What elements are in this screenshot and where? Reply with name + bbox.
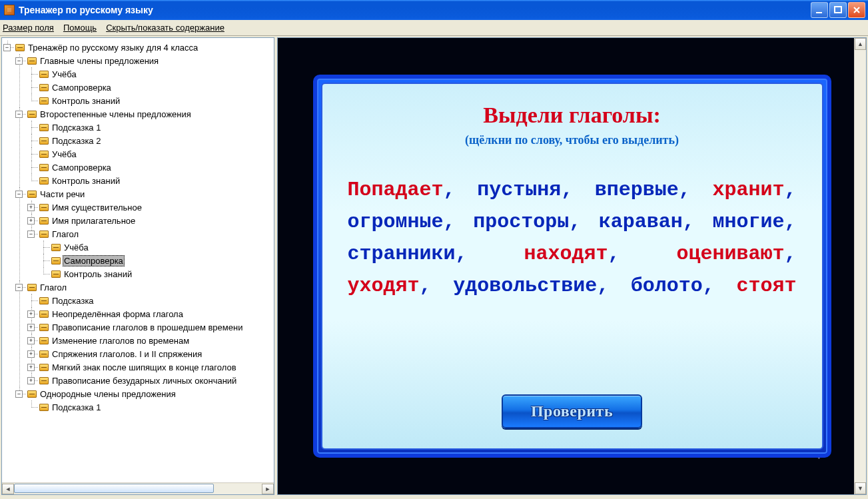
window-titlebar: Тренажер по русскому языку — [0, 0, 868, 20]
scroll-up-button[interactable]: ▲ — [855, 38, 866, 50]
exercise-word[interactable]: пустыня — [477, 179, 561, 201]
tree-item[interactable]: Имя существительное — [51, 203, 143, 213]
tree-toggle[interactable]: − — [3, 44, 11, 51]
tree-item[interactable]: Части речи — [39, 189, 86, 199]
tree-item[interactable]: Спряжения глаголов. I и II спряжения — [51, 349, 203, 359]
menu-field-size[interactable]: Размер поля — [3, 23, 54, 33]
exercise-word[interactable]: хранит — [712, 179, 784, 201]
tree-item[interactable]: Главные члены предложения — [39, 56, 160, 66]
word-separator: , — [569, 211, 599, 233]
exercise-word[interactable]: находят — [524, 243, 608, 265]
tree-toggle[interactable]: + — [27, 364, 35, 371]
tree-toggle[interactable]: − — [15, 390, 23, 398]
scroll-track[interactable] — [14, 484, 262, 494]
tree-item[interactable]: Изменение глаголов по временам — [51, 336, 191, 346]
word-separator: , — [597, 274, 631, 297]
exercise-word[interactable]: просторы — [473, 211, 569, 233]
tree-toggle[interactable]: − — [15, 191, 23, 198]
svg-rect-1 — [835, 7, 841, 13]
app-icon — [4, 5, 15, 15]
tree-item[interactable]: Контроль знаний — [63, 269, 133, 279]
tree-item[interactable]: Мягкий знак после шипящих в конце глагол… — [51, 362, 238, 372]
tree-item-selected[interactable]: Самопроверка — [63, 255, 125, 266]
book-icon — [39, 377, 49, 384]
exercise-subtitle: (щёлкни по слову, чтобы его выделить) — [465, 133, 679, 147]
menu-toggle-toc[interactable]: Скрыть/показать содержание — [106, 23, 224, 33]
book-icon — [39, 137, 49, 145]
book-icon — [27, 111, 37, 118]
book-icon — [51, 244, 61, 251]
exercise-word[interactable]: многие — [712, 211, 784, 233]
check-button[interactable]: Проверить — [502, 394, 642, 428]
tree-item[interactable]: Правописание глаголов в прошедшем времен… — [51, 322, 244, 332]
book-icon — [39, 97, 49, 105]
book-icon — [39, 71, 49, 78]
book-icon — [51, 270, 61, 278]
maximize-button[interactable] — [829, 2, 847, 18]
book-icon — [39, 337, 49, 344]
scroll-thumb[interactable] — [14, 484, 214, 493]
tree-toggle[interactable]: + — [27, 337, 35, 344]
tree-toggle[interactable]: − — [27, 231, 35, 238]
tree-item[interactable]: Учёба — [51, 149, 78, 159]
tree-item[interactable]: Самопроверка — [51, 163, 113, 173]
tree-item[interactable]: Самопроверка — [51, 83, 113, 93]
exercise-title: Выдели глаголы: — [483, 103, 661, 128]
tree-item[interactable]: Второстепенные члены предложения — [39, 109, 193, 119]
exercise-word[interactable]: караван — [599, 211, 683, 233]
exercise-word[interactable]: уходят — [348, 274, 420, 297]
tree-item[interactable]: Подсказка 2 — [51, 136, 102, 146]
scroll-down-button[interactable]: ▼ — [855, 482, 866, 494]
tree-toggle[interactable]: + — [27, 204, 35, 211]
word-separator: , — [784, 243, 796, 265]
tree-toggle[interactable]: + — [27, 350, 35, 358]
tree-item[interactable]: Тренажёр по русскому языку для 4 класса — [27, 43, 199, 53]
tree-item[interactable]: Контроль знаний — [51, 176, 121, 186]
tree-item[interactable]: Имя прилагательное — [51, 216, 137, 226]
tree-item[interactable]: Подсказка 1 — [51, 123, 102, 133]
tree-toggle[interactable]: − — [15, 57, 23, 65]
content-vertical-scrollbar[interactable]: ▲ ▼ — [854, 38, 866, 494]
tree-toggle[interactable]: + — [27, 377, 35, 384]
tree-toggle[interactable]: − — [15, 111, 23, 118]
tree-toggle[interactable]: + — [27, 324, 35, 331]
toc-tree[interactable]: −Тренажёр по русскому языку для 4 класса… — [3, 41, 274, 414]
exercise-words: Попадает, пустыня, впервые, хранит, огро… — [348, 174, 797, 302]
scroll-right-button[interactable]: ► — [262, 484, 274, 494]
exercise-word[interactable]: огромные — [348, 211, 444, 233]
exercise-word[interactable]: стоят — [736, 274, 796, 297]
exercise-word[interactable]: странники — [348, 243, 456, 265]
tree-toggle[interactable]: + — [27, 310, 35, 318]
tree-item[interactable]: Учёба — [63, 243, 90, 252]
tree-toggle[interactable]: − — [15, 284, 23, 291]
tree-horizontal-scrollbar[interactable]: ◄ ► — [2, 482, 274, 494]
scroll-track[interactable] — [855, 50, 866, 482]
close-button[interactable] — [848, 2, 865, 18]
tree-item[interactable]: Подсказка — [51, 296, 95, 306]
tree-item[interactable]: Подсказка 1 — [51, 402, 102, 412]
word-separator: , — [683, 211, 713, 233]
exercise-word[interactable]: удовольствие — [453, 274, 597, 297]
book-icon — [27, 57, 37, 65]
scroll-left-button[interactable]: ◄ — [2, 484, 14, 494]
exercise-word[interactable]: Попадает — [348, 179, 444, 201]
tree-item[interactable]: Контроль знаний — [51, 96, 121, 106]
menu-help[interactable]: Помощь — [63, 23, 97, 33]
exercise-word[interactable]: впервые — [595, 179, 679, 201]
exercise-word[interactable]: оценивают — [676, 243, 784, 265]
tree-item[interactable]: Учёба — [51, 69, 78, 79]
tree-item[interactable]: Однородные члены предложения — [39, 389, 177, 399]
book-icon — [39, 217, 49, 225]
minimize-button[interactable] — [811, 2, 828, 18]
exercise-word[interactable]: болото — [631, 274, 703, 297]
word-separator: , — [444, 211, 474, 233]
word-separator: , — [679, 179, 713, 201]
tree-toggle[interactable]: + — [27, 217, 35, 225]
tree-item[interactable]: Глагол — [51, 229, 80, 239]
tree-item[interactable]: Глагол — [39, 282, 68, 292]
tree-item[interactable]: Неопределённая форма глагола — [51, 309, 185, 319]
minimize-icon — [815, 5, 824, 15]
book-icon — [27, 191, 37, 198]
window-title: Тренажер по русскому языку — [19, 5, 153, 15]
tree-item[interactable]: Правописание безударных личных окончаний — [51, 376, 238, 386]
